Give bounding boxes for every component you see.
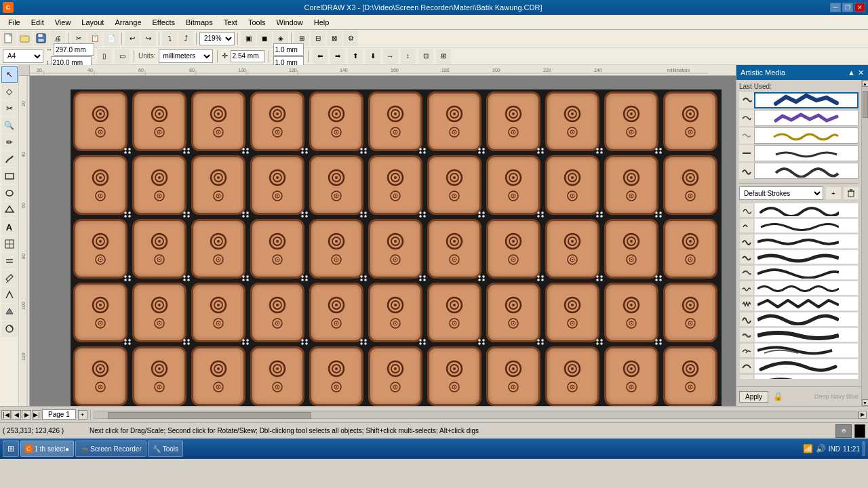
stroke-item-10[interactable] (754, 343, 859, 358)
add-stroke-btn[interactable]: + (826, 187, 841, 199)
menu-arrange[interactable]: Arrange (109, 17, 146, 28)
view-wireframe[interactable]: ▣ (241, 31, 256, 46)
menu-help[interactable]: Help (309, 17, 335, 28)
stroke-item-11[interactable] (754, 359, 859, 373)
h-scroll-bottom[interactable] (94, 411, 859, 419)
menu-text[interactable]: Text (218, 17, 243, 28)
menu-file[interactable]: File (3, 17, 26, 28)
stroke-item-2[interactable] (754, 218, 859, 233)
align-bottom[interactable]: ⬇ (366, 49, 380, 64)
select-tool[interactable]: ↖ (1, 66, 18, 83)
menu-layout[interactable]: Layout (76, 17, 109, 28)
minimize-button[interactable]: ─ (830, 3, 841, 12)
parallel-dim-tool[interactable] (1, 253, 18, 269)
add-page-btn[interactable]: + (78, 410, 87, 420)
options-button[interactable]: ⚙ (343, 31, 358, 46)
panel-scroll-up-btn[interactable]: ▲ (862, 80, 869, 87)
prev-page-btn[interactable]: ◀ (12, 410, 21, 420)
panel-collapse-btn[interactable]: ▲ (848, 68, 855, 77)
rectangle-tool[interactable] (1, 168, 18, 184)
smart-draw-tool[interactable] (1, 151, 18, 167)
canvas-viewport[interactable] (30, 76, 736, 406)
remove-stroke-btn[interactable] (844, 187, 859, 199)
snap-guide[interactable]: ⊟ (311, 31, 326, 46)
lang-indicator[interactable]: IND (829, 445, 840, 453)
taskbar-screen-recorder-btn[interactable]: 📹 Screen Recorder (75, 441, 146, 457)
maximize-button[interactable]: ❐ (842, 3, 853, 12)
menu-window[interactable]: Window (271, 17, 309, 28)
distribute[interactable]: ⊞ (436, 49, 451, 64)
snap-objects[interactable]: ⊠ (327, 31, 342, 46)
import-button[interactable]: ⤵ (162, 31, 177, 46)
stroke-item-1[interactable] (754, 203, 859, 218)
show-desktop-btn[interactable] (863, 441, 865, 456)
nudge-input[interactable] (231, 50, 264, 62)
taskbar-coreldraw-btn[interactable]: C 1 th select● (20, 441, 74, 457)
menu-edit[interactable]: Edit (26, 17, 50, 28)
shape-tool[interactable]: ◇ (1, 83, 18, 100)
last-page-btn[interactable]: ▶| (32, 410, 41, 420)
page-1-tab[interactable]: Page 1 (42, 409, 76, 420)
taskbar-tools-btn[interactable]: 🔧 Tools (148, 441, 183, 457)
align-center-h[interactable]: ↔ (383, 49, 398, 64)
zoom-dropdown[interactable]: 219% 100% 200% (199, 32, 235, 45)
align-left[interactable]: ⬅ (313, 49, 328, 64)
scroll-arrow-right[interactable]: ▶ (859, 411, 867, 419)
new-button[interactable] (1, 31, 16, 46)
text-tool[interactable]: A (1, 219, 18, 235)
panel-scrollbar[interactable]: ▲ ▼ (861, 80, 868, 406)
panel-scroll-thumb[interactable] (863, 91, 868, 118)
network-icon[interactable]: 📶 (803, 444, 813, 453)
stroke-item-3[interactable] (754, 234, 859, 249)
eyedropper-tool[interactable] (1, 270, 18, 286)
menu-bitmaps[interactable]: Bitmaps (180, 17, 218, 28)
page-size-dropdown[interactable]: A4 A3 Letter (3, 49, 43, 63)
polygon-tool[interactable] (1, 202, 18, 218)
stroke-item-6[interactable] (754, 281, 859, 296)
export-button[interactable]: ⤴ (178, 31, 193, 46)
landscape-btn[interactable]: ▭ (115, 49, 130, 64)
outline-tool[interactable] (1, 287, 18, 303)
ellipse-tool[interactable] (1, 185, 18, 201)
freehand-tool[interactable]: ✏ (1, 134, 18, 150)
lock-icon[interactable]: 🔒 (771, 390, 785, 403)
start-button[interactable]: ⊞ (3, 441, 19, 457)
stroke-item-7[interactable] (754, 296, 859, 311)
align-right[interactable]: ➡ (330, 49, 345, 64)
menu-effects[interactable]: Effects (147, 17, 180, 28)
apply-button[interactable]: Apply (739, 391, 768, 403)
last-used-item-3[interactable] (739, 127, 859, 144)
close-button[interactable]: ✕ (854, 3, 865, 12)
next-page-btn[interactable]: ▶ (22, 410, 31, 420)
stroke-item-8[interactable] (754, 312, 859, 327)
menu-view[interactable]: View (50, 17, 77, 28)
line-width1-input[interactable] (273, 43, 304, 56)
align-top[interactable]: ⬆ (348, 49, 363, 64)
redo-button[interactable]: ↪ (141, 31, 156, 46)
menu-tools[interactable]: Tools (243, 17, 271, 28)
interactive-fill-tool[interactable] (1, 321, 18, 337)
zoom-tool[interactable]: 🔍 (1, 117, 18, 134)
first-page-btn[interactable]: |◀ (1, 410, 11, 420)
align-page[interactable]: ⊡ (418, 49, 433, 64)
table-tool[interactable] (1, 236, 18, 252)
units-dropdown[interactable]: millimeters inches pixels (159, 49, 213, 63)
align-center-v[interactable]: ↕ (401, 49, 416, 64)
strokes-category-dropdown[interactable]: Default Strokes Artistic Brushes (739, 186, 823, 200)
panel-scroll-down-btn[interactable]: ▼ (862, 399, 869, 406)
crop-tool[interactable]: ✂ (1, 100, 18, 117)
last-used-item-5[interactable] (739, 163, 859, 179)
stroke-item-9[interactable] (754, 327, 859, 342)
paste-button[interactable]: 📄 (104, 31, 119, 46)
stroke-item-12[interactable] (754, 374, 859, 379)
undo-button[interactable]: ↩ (125, 31, 140, 46)
stroke-item-5[interactable] (754, 265, 859, 280)
h-scroll-thumb-bottom[interactable] (108, 412, 311, 419)
open-button[interactable] (18, 31, 33, 46)
fill-tool[interactable] (1, 304, 18, 320)
stroke-item-4[interactable] (754, 249, 859, 264)
page-width-input[interactable] (54, 43, 94, 56)
view-normal[interactable]: ◼ (257, 31, 272, 46)
portrait-btn[interactable]: ▯ (97, 49, 112, 64)
last-used-item-2[interactable] (739, 110, 859, 126)
